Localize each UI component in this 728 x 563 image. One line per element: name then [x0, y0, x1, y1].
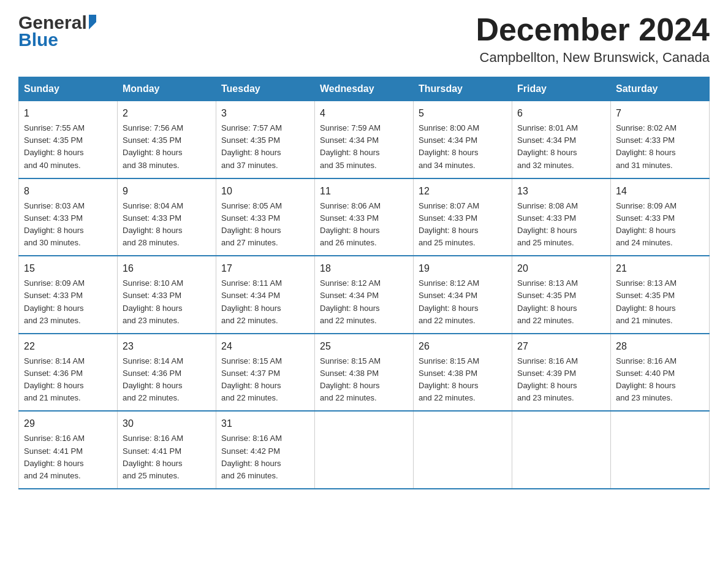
col-header-wednesday: Wednesday	[315, 77, 414, 101]
calendar-cell	[611, 411, 710, 489]
calendar-cell: 8Sunrise: 8:03 AMSunset: 4:33 PMDaylight…	[19, 178, 118, 256]
day-info: Sunrise: 8:14 AMSunset: 4:36 PMDaylight:…	[24, 355, 112, 405]
calendar-cell: 30Sunrise: 8:16 AMSunset: 4:41 PMDayligh…	[118, 411, 216, 489]
day-number: 22	[24, 339, 112, 354]
day-info: Sunrise: 8:15 AMSunset: 4:38 PMDaylight:…	[320, 355, 408, 405]
day-info: Sunrise: 8:02 AMSunset: 4:33 PMDaylight:…	[616, 122, 704, 172]
day-number: 30	[123, 416, 211, 431]
day-info: Sunrise: 8:04 AMSunset: 4:33 PMDaylight:…	[123, 200, 211, 250]
day-info: Sunrise: 8:13 AMSunset: 4:35 PMDaylight:…	[616, 277, 704, 327]
day-number: 3	[221, 106, 309, 121]
calendar-cell: 15Sunrise: 8:09 AMSunset: 4:33 PMDayligh…	[19, 256, 118, 334]
calendar-cell: 3Sunrise: 7:57 AMSunset: 4:35 PMDaylight…	[216, 101, 315, 178]
day-number: 4	[320, 106, 408, 121]
col-header-monday: Monday	[118, 77, 216, 101]
calendar-cell: 22Sunrise: 8:14 AMSunset: 4:36 PMDayligh…	[19, 334, 118, 412]
calendar-cell: 13Sunrise: 8:08 AMSunset: 4:33 PMDayligh…	[512, 178, 611, 256]
calendar-week-row: 22Sunrise: 8:14 AMSunset: 4:36 PMDayligh…	[19, 334, 710, 412]
calendar-cell: 12Sunrise: 8:07 AMSunset: 4:33 PMDayligh…	[414, 178, 512, 256]
day-info: Sunrise: 8:14 AMSunset: 4:36 PMDaylight:…	[123, 355, 211, 405]
day-number: 31	[221, 416, 309, 431]
day-info: Sunrise: 7:57 AMSunset: 4:35 PMDaylight:…	[221, 122, 309, 172]
day-info: Sunrise: 8:16 AMSunset: 4:42 PMDaylight:…	[221, 432, 309, 482]
day-info: Sunrise: 7:56 AMSunset: 4:35 PMDaylight:…	[123, 122, 211, 172]
day-info: Sunrise: 8:00 AMSunset: 4:34 PMDaylight:…	[419, 122, 507, 172]
day-number: 28	[616, 339, 704, 354]
calendar-cell: 24Sunrise: 8:15 AMSunset: 4:37 PMDayligh…	[216, 334, 315, 412]
day-number: 16	[123, 261, 211, 276]
calendar-cell: 6Sunrise: 8:01 AMSunset: 4:34 PMDaylight…	[512, 101, 611, 178]
day-number: 24	[221, 339, 309, 354]
day-number: 13	[517, 184, 605, 199]
page-title: December 2024	[476, 12, 710, 47]
logo-blue-text: Blue	[18, 29, 58, 50]
day-info: Sunrise: 8:08 AMSunset: 4:33 PMDaylight:…	[517, 200, 605, 250]
day-info: Sunrise: 7:59 AMSunset: 4:34 PMDaylight:…	[320, 122, 408, 172]
page-subtitle: Campbellton, New Brunswick, Canada	[476, 50, 710, 66]
col-header-friday: Friday	[512, 77, 611, 101]
day-info: Sunrise: 8:12 AMSunset: 4:34 PMDaylight:…	[419, 277, 507, 327]
col-header-tuesday: Tuesday	[216, 77, 315, 101]
logo-triangle-icon	[89, 15, 96, 29]
calendar-cell	[315, 411, 414, 489]
calendar-cell: 14Sunrise: 8:09 AMSunset: 4:33 PMDayligh…	[611, 178, 710, 256]
day-number: 7	[616, 106, 704, 121]
calendar-week-row: 15Sunrise: 8:09 AMSunset: 4:33 PMDayligh…	[19, 256, 710, 334]
day-info: Sunrise: 8:09 AMSunset: 4:33 PMDaylight:…	[616, 200, 704, 250]
day-info: Sunrise: 8:12 AMSunset: 4:34 PMDaylight:…	[320, 277, 408, 327]
calendar-cell: 23Sunrise: 8:14 AMSunset: 4:36 PMDayligh…	[118, 334, 216, 412]
calendar-table: SundayMondayTuesdayWednesdayThursdayFrid…	[18, 77, 710, 489]
calendar-cell: 9Sunrise: 8:04 AMSunset: 4:33 PMDaylight…	[118, 178, 216, 256]
day-info: Sunrise: 8:13 AMSunset: 4:35 PMDaylight:…	[517, 277, 605, 327]
calendar-week-row: 8Sunrise: 8:03 AMSunset: 4:33 PMDaylight…	[19, 178, 710, 256]
calendar-cell: 20Sunrise: 8:13 AMSunset: 4:35 PMDayligh…	[512, 256, 611, 334]
calendar-cell: 21Sunrise: 8:13 AMSunset: 4:35 PMDayligh…	[611, 256, 710, 334]
day-number: 8	[24, 184, 112, 199]
day-number: 23	[123, 339, 211, 354]
day-info: Sunrise: 7:55 AMSunset: 4:35 PMDaylight:…	[24, 122, 112, 172]
day-info: Sunrise: 8:07 AMSunset: 4:33 PMDaylight:…	[419, 200, 507, 250]
day-number: 29	[24, 416, 112, 431]
calendar-cell: 31Sunrise: 8:16 AMSunset: 4:42 PMDayligh…	[216, 411, 315, 489]
day-number: 19	[419, 261, 507, 276]
day-info: Sunrise: 8:15 AMSunset: 4:37 PMDaylight:…	[221, 355, 309, 405]
calendar-cell: 25Sunrise: 8:15 AMSunset: 4:38 PMDayligh…	[315, 334, 414, 412]
calendar-cell: 27Sunrise: 8:16 AMSunset: 4:39 PMDayligh…	[512, 334, 611, 412]
day-number: 21	[616, 261, 704, 276]
day-info: Sunrise: 8:16 AMSunset: 4:41 PMDaylight:…	[123, 432, 211, 482]
logo: General Blue	[18, 12, 96, 50]
day-info: Sunrise: 8:16 AMSunset: 4:40 PMDaylight:…	[616, 355, 704, 405]
page-header: General Blue December 2024 Campbellton, …	[18, 12, 710, 66]
col-header-thursday: Thursday	[414, 77, 512, 101]
day-number: 17	[221, 261, 309, 276]
day-number: 18	[320, 261, 408, 276]
day-number: 15	[24, 261, 112, 276]
day-info: Sunrise: 8:01 AMSunset: 4:34 PMDaylight:…	[517, 122, 605, 172]
day-info: Sunrise: 8:03 AMSunset: 4:33 PMDaylight:…	[24, 200, 112, 250]
calendar-cell: 4Sunrise: 7:59 AMSunset: 4:34 PMDaylight…	[315, 101, 414, 178]
calendar-cell: 28Sunrise: 8:16 AMSunset: 4:40 PMDayligh…	[611, 334, 710, 412]
day-number: 27	[517, 339, 605, 354]
calendar-cell	[512, 411, 611, 489]
calendar-cell: 1Sunrise: 7:55 AMSunset: 4:35 PMDaylight…	[19, 101, 118, 178]
day-number: 1	[24, 106, 112, 121]
col-header-sunday: Sunday	[19, 77, 118, 101]
calendar-cell: 26Sunrise: 8:15 AMSunset: 4:38 PMDayligh…	[414, 334, 512, 412]
calendar-cell: 2Sunrise: 7:56 AMSunset: 4:35 PMDaylight…	[118, 101, 216, 178]
calendar-cell: 10Sunrise: 8:05 AMSunset: 4:33 PMDayligh…	[216, 178, 315, 256]
calendar-cell: 29Sunrise: 8:16 AMSunset: 4:41 PMDayligh…	[19, 411, 118, 489]
day-number: 26	[419, 339, 507, 354]
col-header-saturday: Saturday	[611, 77, 710, 101]
day-number: 9	[123, 184, 211, 199]
calendar-week-row: 29Sunrise: 8:16 AMSunset: 4:41 PMDayligh…	[19, 411, 710, 489]
day-info: Sunrise: 8:06 AMSunset: 4:33 PMDaylight:…	[320, 200, 408, 250]
day-number: 12	[419, 184, 507, 199]
calendar-cell: 5Sunrise: 8:00 AMSunset: 4:34 PMDaylight…	[414, 101, 512, 178]
calendar-cell: 7Sunrise: 8:02 AMSunset: 4:33 PMDaylight…	[611, 101, 710, 178]
day-info: Sunrise: 8:09 AMSunset: 4:33 PMDaylight:…	[24, 277, 112, 327]
calendar-cell: 18Sunrise: 8:12 AMSunset: 4:34 PMDayligh…	[315, 256, 414, 334]
day-number: 2	[123, 106, 211, 121]
day-number: 10	[221, 184, 309, 199]
day-info: Sunrise: 8:11 AMSunset: 4:34 PMDaylight:…	[221, 277, 309, 327]
day-number: 6	[517, 106, 605, 121]
